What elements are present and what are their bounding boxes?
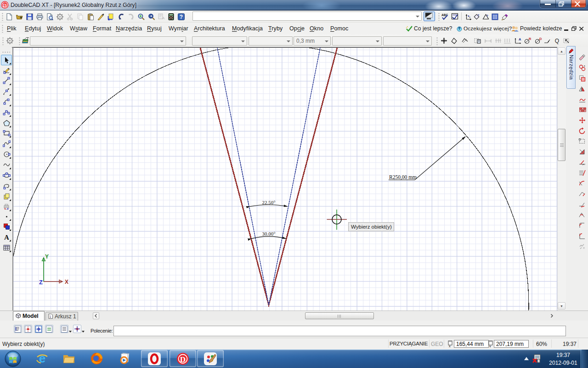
- svg-text:?: ?: [477, 14, 479, 17]
- svg-text:A: A: [4, 234, 9, 241]
- svg-text:?: ?: [486, 14, 488, 17]
- svg-text:X: X: [65, 279, 68, 285]
- svg-text:A: A: [519, 37, 521, 41]
- svg-text:22.50°: 22.50°: [262, 200, 275, 205]
- svg-text:Q: Q: [555, 38, 559, 44]
- svg-text:30.00°: 30.00°: [262, 231, 275, 236]
- svg-text:D: D: [3, 2, 7, 8]
- svg-text:A: A: [162, 16, 165, 20]
- svg-text:x: x: [449, 344, 451, 348]
- svg-text:x: x: [469, 16, 470, 18]
- svg-text:R: R: [529, 37, 531, 41]
- svg-text:1: 1: [50, 315, 51, 318]
- svg-text:R250,00 mm: R250,00 mm: [389, 174, 417, 180]
- svg-text:Z: Z: [39, 279, 43, 286]
- svg-text:?: ?: [180, 14, 183, 20]
- svg-text:y: y: [489, 344, 491, 348]
- svg-text:e: e: [39, 352, 45, 365]
- svg-text:D: D: [539, 37, 542, 41]
- svg-text:Y: Y: [45, 254, 49, 260]
- svg-text:D: D: [180, 355, 186, 364]
